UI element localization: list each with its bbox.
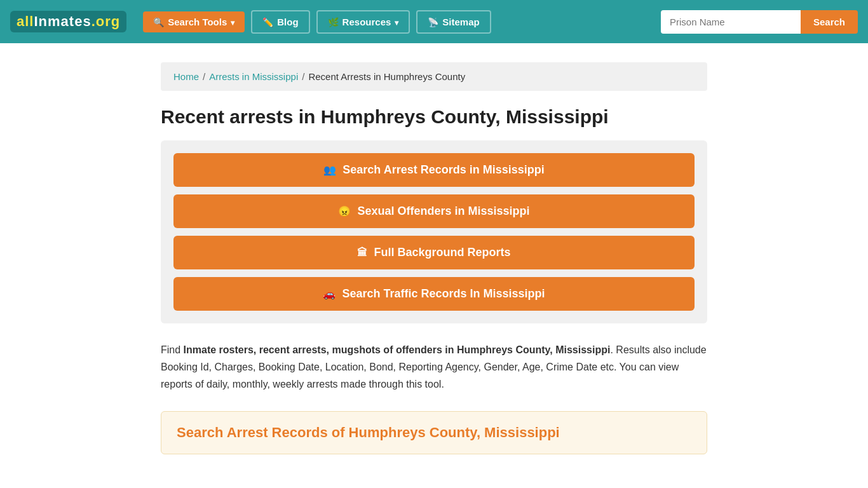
chevron-down-icon-2 <box>395 17 398 27</box>
search-arrest-label: Search Arrest Records in Mississippi <box>342 163 544 177</box>
building-icon <box>357 246 367 259</box>
background-reports-button[interactable]: Full Background Reports <box>173 236 695 269</box>
offender-icon <box>338 205 351 218</box>
users-icon <box>323 163 336 177</box>
resources-label: Resources <box>342 17 391 27</box>
breadcrumb-home[interactable]: Home <box>173 71 199 82</box>
search-tools-button[interactable]: Search Tools <box>143 11 245 32</box>
description-prefix: Find <box>161 344 184 355</box>
main-content: Home / Arrests in Mississippi / Recent A… <box>148 62 720 454</box>
breadcrumb-sep-1: / <box>203 71 205 82</box>
navbar: allInmates.org Search Tools Blog Resourc… <box>0 0 868 43</box>
chevron-down-icon <box>231 17 234 27</box>
traffic-records-button[interactable]: Search Traffic Records In Mississippi <box>173 277 695 311</box>
sexual-offenders-button[interactable]: Sexual Offenders in Mississippi <box>173 194 695 228</box>
prison-search-input[interactable] <box>661 10 801 34</box>
sitemap-label: Sitemap <box>442 17 479 27</box>
search-icon <box>153 17 164 27</box>
sitemap-button[interactable]: Sitemap <box>416 10 491 34</box>
actions-card: Search Arrest Records in Mississippi Sex… <box>161 140 707 323</box>
breadcrumb-container: Home / Arrests in Mississippi / Recent A… <box>161 62 707 91</box>
blog-icon <box>262 17 273 27</box>
logo[interactable]: allInmates.org <box>10 11 126 32</box>
page-title: Recent arrests in Humphreys County, Miss… <box>161 106 707 128</box>
sexual-offenders-label: Sexual Offenders in Mississippi <box>357 205 529 218</box>
car-icon <box>323 287 336 301</box>
prison-search-area: Search <box>661 10 858 34</box>
breadcrumb-sep-2: / <box>302 71 304 82</box>
description: Find Inmate rosters, recent arrests, mug… <box>161 341 707 393</box>
blog-label: Blog <box>277 17 298 27</box>
traffic-records-label: Search Traffic Records In Mississippi <box>342 287 545 301</box>
search-records-section: Search Arrest Records of Humphreys Count… <box>161 411 707 454</box>
resources-button[interactable]: Resources <box>316 10 410 34</box>
breadcrumb-arrests-ms[interactable]: Arrests in Mississippi <box>209 71 298 82</box>
resources-icon <box>328 17 339 27</box>
breadcrumb: Home / Arrests in Mississippi / Recent A… <box>173 71 695 82</box>
search-records-title: Search Arrest Records of Humphreys Count… <box>177 424 691 441</box>
blog-button[interactable]: Blog <box>251 10 309 34</box>
background-reports-label: Full Background Reports <box>374 246 510 259</box>
sitemap-icon <box>428 17 438 27</box>
search-button-label: Search <box>813 17 845 27</box>
description-bold: Inmate rosters, recent arrests, mugshots… <box>184 344 611 355</box>
prison-search-button[interactable]: Search <box>801 10 858 34</box>
search-tools-label: Search Tools <box>168 17 227 27</box>
search-arrest-button[interactable]: Search Arrest Records in Mississippi <box>173 153 695 187</box>
breadcrumb-current: Recent Arrests in Humphreys County <box>308 71 465 82</box>
